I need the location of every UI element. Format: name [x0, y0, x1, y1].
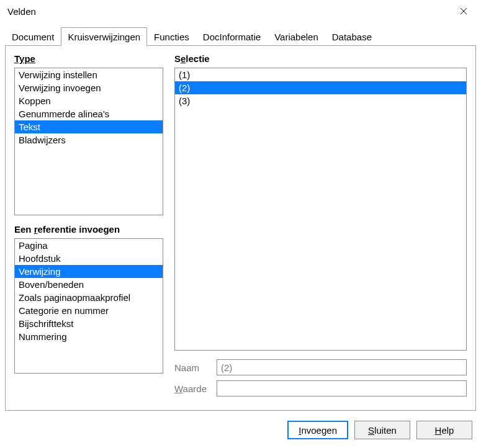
- value-field-row: Waarde: [174, 380, 467, 396]
- close-button[interactable]: Sluiten: [354, 421, 410, 439]
- name-field-row: Naam: [174, 359, 467, 375]
- reference-listbox[interactable]: Pagina Hoofdstuk Verwijzing Boven/benede…: [14, 238, 163, 374]
- value-field-label: Waarde: [174, 383, 210, 394]
- tab-cross-references[interactable]: Kruisverwijzingen: [61, 27, 147, 46]
- dialog-button-row: Invoegen Sluiten Help: [0, 416, 481, 448]
- selection-listbox[interactable]: (1) (2) (3): [174, 68, 467, 351]
- reference-item[interactable]: Verwijzing: [15, 265, 163, 278]
- value-field[interactable]: [217, 380, 467, 396]
- tab-database[interactable]: Database: [325, 27, 379, 46]
- tab-bar: Document Kruisverwijzingen Functies DocI…: [0, 22, 481, 46]
- reference-item[interactable]: Hoofdstuk: [15, 252, 163, 265]
- type-item[interactable]: Bladwijzers: [15, 133, 163, 146]
- help-button[interactable]: Help: [416, 421, 472, 439]
- type-item[interactable]: Verwijzing invoegen: [15, 81, 163, 94]
- tab-document[interactable]: Document: [5, 27, 61, 46]
- type-item[interactable]: Koppen: [15, 94, 163, 107]
- dialog-window: Velden Document Kruisverwijzingen Functi…: [0, 0, 481, 448]
- type-item[interactable]: Genummerde alinea's: [15, 107, 163, 120]
- tab-content: Type Verwijzing instellen Verwijzing inv…: [5, 46, 476, 411]
- reference-label: Een referentie invoegen: [14, 224, 163, 235]
- reference-item[interactable]: Zoals paginaopmaakprofiel: [15, 291, 163, 304]
- reference-item[interactable]: Boven/beneden: [15, 278, 163, 291]
- type-item[interactable]: Verwijzing instellen: [15, 68, 163, 81]
- right-column: Selectie (1) (2) (3) Naam Waarde: [174, 53, 467, 401]
- type-item[interactable]: Tekst: [15, 120, 163, 133]
- tab-docinfo[interactable]: DocInformatie: [196, 27, 267, 46]
- tab-variables[interactable]: Variabelen: [267, 27, 325, 46]
- reference-item[interactable]: Pagina: [15, 239, 163, 252]
- type-label: Type: [14, 53, 163, 64]
- insert-button[interactable]: Invoegen: [287, 421, 348, 439]
- selection-item[interactable]: (1): [175, 68, 466, 81]
- selection-label: Selectie: [174, 53, 467, 64]
- titlebar: Velden: [0, 0, 481, 22]
- name-field-label: Naam: [174, 362, 210, 373]
- close-icon: [460, 7, 467, 15]
- selection-item[interactable]: (2): [175, 81, 466, 94]
- window-close-button[interactable]: [454, 1, 474, 21]
- name-field[interactable]: [217, 359, 467, 375]
- reference-item[interactable]: Nummering: [15, 330, 163, 343]
- left-column: Type Verwijzing instellen Verwijzing inv…: [14, 53, 163, 401]
- tab-functions[interactable]: Functies: [147, 27, 196, 46]
- reference-item[interactable]: Bijschrifttekst: [15, 317, 163, 330]
- window-title: Velden: [7, 6, 36, 17]
- reference-item[interactable]: Categorie en nummer: [15, 304, 163, 317]
- type-listbox[interactable]: Verwijzing instellen Verwijzing invoegen…: [14, 68, 163, 215]
- selection-item[interactable]: (3): [175, 94, 466, 107]
